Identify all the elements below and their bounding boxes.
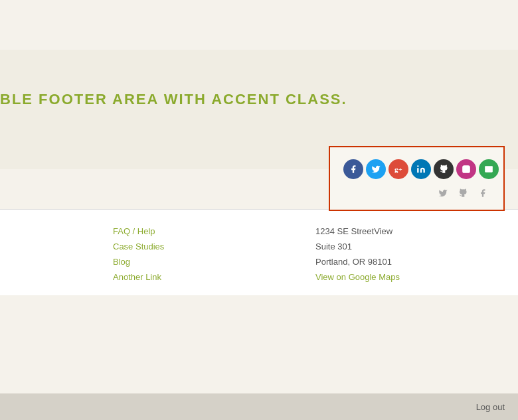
footer-address: 1234 SE StreetView Suite 301 Portland, O… xyxy=(302,226,505,282)
svg-point-0 xyxy=(417,165,418,167)
small-icons-row xyxy=(343,186,490,200)
top-bar xyxy=(0,0,518,50)
social-widget-box: g+ xyxy=(329,146,505,211)
instagram-icon[interactable] xyxy=(456,159,476,179)
twitter-small-icon[interactable] xyxy=(436,186,450,200)
accent-area: BLE FOOTER AREA WITH ACCENT CLASS. xyxy=(0,50,518,156)
footer-link-another[interactable]: Another Link xyxy=(113,272,302,282)
footer-link-faq[interactable]: FAQ / Help xyxy=(113,226,302,236)
address-line2: Suite 301 xyxy=(315,242,505,251)
footer: FAQ / Help Case Studies Blog Another Lin… xyxy=(0,209,518,295)
address-line1: 1234 SE StreetView xyxy=(315,226,505,236)
facebook-icon[interactable] xyxy=(343,159,363,179)
bottom-bar: Log out xyxy=(0,393,518,420)
footer-links: FAQ / Help Case Studies Blog Another Lin… xyxy=(13,226,302,282)
footer-link-case-studies[interactable]: Case Studies xyxy=(113,242,302,251)
github-icon[interactable] xyxy=(434,159,454,179)
google-icon[interactable]: g+ xyxy=(388,159,408,179)
linkedin-icon[interactable] xyxy=(411,159,431,179)
svg-rect-1 xyxy=(462,165,470,173)
github-small-icon[interactable] xyxy=(456,186,470,200)
view-on-google-maps-link[interactable]: View on Google Maps xyxy=(315,272,505,282)
email-icon[interactable] xyxy=(479,159,499,179)
address-line3: Portland, OR 98101 xyxy=(315,257,505,267)
social-icons-row: g+ xyxy=(343,159,490,179)
widget-area: g+ xyxy=(0,156,518,169)
facebook-small-icon[interactable] xyxy=(475,186,490,200)
footer-link-blog[interactable]: Blog xyxy=(113,257,302,267)
logout-link[interactable]: Log out xyxy=(476,402,505,412)
accent-heading: BLE FOOTER AREA WITH ACCENT CLASS. xyxy=(0,91,347,108)
twitter-icon[interactable] xyxy=(366,159,386,179)
